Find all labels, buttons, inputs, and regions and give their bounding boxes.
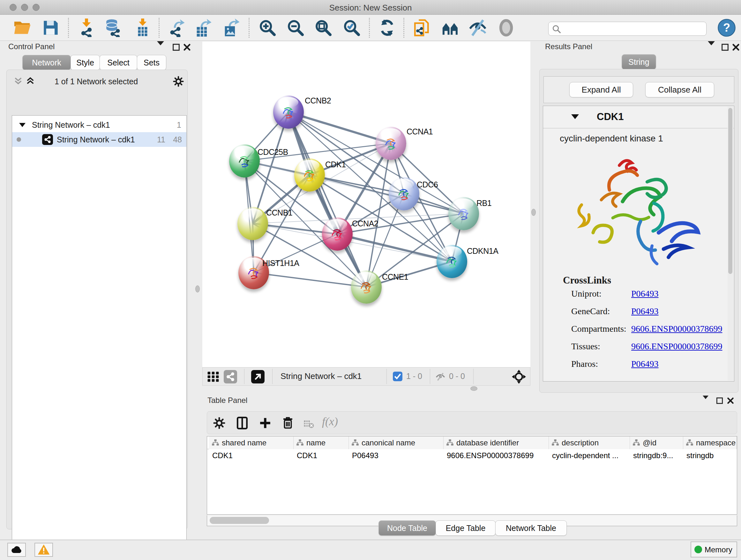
memory-button[interactable]: Memory — [690, 542, 737, 557]
crosslink-link[interactable]: P06493 — [631, 359, 659, 369]
selected-checkbox-icon[interactable] — [393, 372, 402, 381]
splitter-handle[interactable] — [195, 286, 200, 293]
network-node-CDK1[interactable] — [294, 159, 325, 192]
import-network-icon[interactable] — [77, 18, 96, 37]
crosslink-link[interactable]: 9606.ENSP00000378699 — [631, 324, 722, 334]
table-gear-icon[interactable] — [213, 417, 226, 429]
control-panel-menu-icon[interactable] — [157, 45, 164, 51]
network-options-gear-icon[interactable] — [173, 76, 184, 87]
node-label-HIST1H1A[interactable]: HIST1H1A — [262, 259, 299, 268]
table-panel-float-icon[interactable] — [716, 396, 724, 405]
zoom-out-icon[interactable] — [286, 18, 305, 37]
node-label-CCNB2[interactable]: CCNB2 — [305, 96, 331, 105]
table-cell[interactable]: P06493 — [352, 449, 442, 462]
network-node-CDC25B[interactable] — [229, 144, 260, 178]
select-columns-icon[interactable] — [235, 416, 249, 430]
tab-network[interactable]: Network — [22, 55, 71, 70]
import-table-icon[interactable] — [133, 18, 152, 37]
splitter-handle[interactable] — [470, 386, 477, 391]
grid-view-icon[interactable] — [207, 371, 219, 383]
expand-all-button[interactable]: Expand All — [569, 82, 633, 98]
zoom-fit-icon[interactable] — [314, 18, 333, 37]
tab-network-table[interactable]: Network Table — [495, 520, 567, 536]
full-net-search-icon[interactable] — [441, 18, 460, 37]
node-label-CDKN1A[interactable]: CDKN1A — [467, 246, 498, 256]
network-node-CCNB1[interactable] — [238, 207, 268, 240]
network-node-RB1[interactable] — [448, 197, 479, 230]
open-session-icon[interactable] — [13, 18, 31, 37]
hide-panel-eye-icon[interactable] — [468, 18, 487, 37]
results-scrollbar[interactable] — [728, 107, 733, 381]
export-table-icon[interactable] — [194, 18, 212, 37]
control-panel-close-icon[interactable] — [183, 43, 192, 52]
crosslink-link[interactable]: 9606.ENSP00000378699 — [631, 341, 722, 352]
import-database-icon[interactable] — [104, 18, 123, 37]
crosslink-link[interactable]: P06493 — [631, 289, 659, 299]
export-image-icon[interactable] — [222, 18, 240, 37]
network-share-view-icon[interactable] — [224, 370, 237, 383]
results-scrollbar-thumb[interactable] — [728, 108, 732, 274]
table-cell[interactable]: stringdb:9... — [633, 449, 682, 462]
hidden-eye-icon[interactable] — [435, 371, 446, 382]
table-cell[interactable]: CDK1 — [212, 449, 292, 462]
gene-header[interactable]: CDK1 — [543, 106, 734, 128]
node-label-RB1[interactable]: RB1 — [476, 199, 491, 208]
tab-style[interactable]: Style — [71, 55, 100, 70]
node-label-CCNA1[interactable]: CCNA1 — [407, 127, 433, 136]
tab-string[interactable]: String — [622, 54, 656, 70]
collection-disclosure-icon[interactable] — [19, 123, 25, 127]
automation-cloud-button[interactable] — [7, 543, 26, 557]
help-icon[interactable]: ? — [718, 18, 736, 37]
splitter-handle[interactable] — [531, 209, 536, 216]
clone-network-icon[interactable] — [413, 18, 431, 37]
node-label-CCNB1[interactable]: CCNB1 — [266, 208, 292, 217]
warnings-button[interactable] — [35, 543, 53, 557]
table-cell[interactable]: stringdb — [686, 449, 736, 462]
network-canvas[interactable]: CCNB2CCNA1CDC25BCDK1CDC6RB1CCNB1CCNA2CDK… — [202, 42, 530, 367]
delete-column-trash-icon[interactable] — [281, 416, 294, 429]
search-input[interactable] — [563, 23, 704, 35]
results-panel-float-icon[interactable] — [721, 43, 730, 52]
save-session-icon[interactable] — [42, 18, 60, 37]
detach-view-icon[interactable] — [251, 370, 265, 383]
table-hscrollbar-thumb[interactable] — [210, 517, 269, 524]
zoom-in-icon[interactable] — [258, 18, 277, 37]
collapse-all-networks-icon[interactable] — [13, 76, 23, 86]
network-node-CCNA2[interactable] — [322, 217, 353, 251]
network-collection-row[interactable]: String Network – cdk1 1 — [12, 118, 186, 132]
table-panel-menu-icon[interactable] — [703, 399, 709, 405]
network-node-CDKN1A[interactable] — [436, 245, 467, 278]
table-cell[interactable]: 9606.ENSP00000378699 — [447, 449, 548, 462]
node-label-CDC6[interactable]: CDC6 — [417, 180, 438, 189]
table-panel-close-icon[interactable] — [726, 396, 735, 405]
control-panel-float-icon[interactable] — [172, 43, 181, 52]
birdseye-view-icon[interactable] — [512, 369, 526, 384]
tab-edge-table[interactable]: Edge Table — [435, 520, 495, 536]
node-label-CCNA2[interactable]: CCNA2 — [352, 219, 378, 228]
table-cell[interactable]: CDK1 — [297, 449, 347, 462]
network-node-CCNE1[interactable] — [351, 270, 382, 304]
node-label-CDK1[interactable]: CDK1 — [325, 160, 346, 169]
network-row-selected[interactable]: String Network – cdk1 11 48 — [12, 132, 186, 147]
results-panel-menu-icon[interactable] — [708, 45, 715, 51]
export-network-icon[interactable] — [167, 18, 185, 37]
tab-select[interactable]: Select — [99, 55, 137, 70]
add-column-icon[interactable] — [259, 417, 272, 429]
show-eye-icon[interactable] — [497, 18, 515, 37]
toolbar-separator — [369, 18, 370, 38]
zoom-selected-icon[interactable] — [342, 18, 361, 37]
crosslink-link[interactable]: P06493 — [631, 306, 659, 316]
node-label-CCNE1[interactable]: CCNE1 — [382, 272, 408, 282]
network-node-CCNB2[interactable] — [273, 96, 304, 129]
network-node-CCNA1[interactable] — [376, 127, 406, 160]
table-cell[interactable]: cyclin-dependent ... — [552, 449, 629, 462]
tab-sets[interactable]: Sets — [137, 55, 166, 70]
refresh-icon[interactable] — [378, 18, 396, 37]
network-node-CDC6[interactable] — [389, 177, 419, 210]
results-panel-close-icon[interactable] — [731, 43, 740, 52]
gene-disclosure-icon[interactable] — [571, 114, 579, 119]
collapse-all-button[interactable]: Collapse All — [645, 82, 714, 98]
expand-all-networks-icon[interactable] — [25, 76, 36, 86]
node-label-CDC25B[interactable]: CDC25B — [258, 147, 288, 157]
tab-node-table[interactable]: Node Table — [379, 520, 436, 536]
